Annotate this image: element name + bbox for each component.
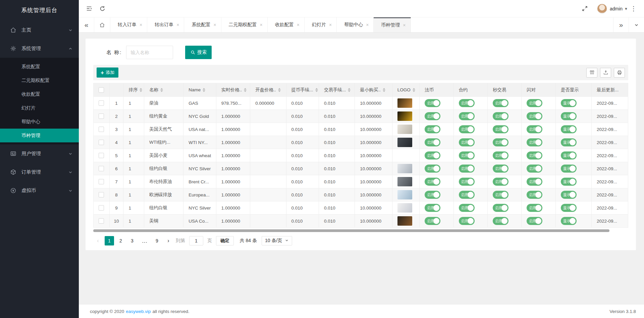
flash-swap-toggle[interactable]: 启用 <box>527 191 542 199</box>
fiat-toggle[interactable]: 启用 <box>425 217 440 225</box>
contract-toggle[interactable]: 启用 <box>459 99 475 107</box>
show-toggle[interactable]: 显示 <box>561 138 577 146</box>
fiat-toggle[interactable]: 启用 <box>425 165 440 173</box>
tab-幻灯片[interactable]: 幻灯片× <box>305 17 337 32</box>
fiat-toggle[interactable]: 启用 <box>425 125 440 133</box>
close-icon[interactable]: × <box>297 22 300 28</box>
tabs-scroll-right-icon[interactable]: » <box>613 17 629 32</box>
header-cell[interactable]: 最小购买.. <box>355 83 392 96</box>
page-button-1[interactable]: 1 <box>105 236 114 245</box>
show-toggle[interactable]: 显示 <box>561 217 577 225</box>
flash-swap-toggle[interactable]: 启用 <box>527 151 542 160</box>
sidebar-item-订单管理[interactable]: 订单管理 <box>0 163 79 181</box>
more-menu-icon[interactable]: ⋮ <box>628 5 639 12</box>
print-icon[interactable] <box>614 68 625 78</box>
sidebar-toggle-icon[interactable] <box>82 2 96 15</box>
contract-toggle[interactable]: 启用 <box>459 165 475 173</box>
tab-home[interactable] <box>94 17 110 32</box>
second-trade-toggle[interactable]: 启用 <box>493 125 508 133</box>
header-cell[interactable]: 实时价格.. <box>216 83 250 96</box>
refresh-icon[interactable] <box>96 2 109 15</box>
sort-icon[interactable] <box>348 88 351 92</box>
flash-swap-toggle[interactable]: 启用 <box>527 99 542 107</box>
fiat-toggle[interactable]: 启用 <box>425 204 440 212</box>
second-trade-toggle[interactable]: 启用 <box>493 138 508 146</box>
header-cell[interactable]: Name <box>183 83 216 96</box>
contract-toggle[interactable]: 启用 <box>459 178 475 186</box>
flash-swap-toggle[interactable]: 启用 <box>527 138 542 146</box>
second-trade-toggle[interactable]: 启用 <box>493 165 508 173</box>
row-checkbox[interactable] <box>99 218 104 224</box>
page-button-2[interactable]: 2 <box>116 236 125 245</box>
scrollbar-thumb[interactable] <box>93 229 609 232</box>
sort-icon[interactable] <box>278 88 281 92</box>
sidebar-subitem-幻灯片[interactable]: 幻灯片 <box>0 101 79 115</box>
flash-swap-toggle[interactable]: 启用 <box>527 204 542 212</box>
contract-toggle[interactable]: 启用 <box>459 204 475 212</box>
second-trade-toggle[interactable]: 启用 <box>493 151 508 160</box>
header-cell[interactable]: LOGO <box>392 83 420 96</box>
search-button[interactable]: 搜索 <box>185 46 212 59</box>
flash-swap-toggle[interactable]: 启用 <box>527 125 542 133</box>
fiat-toggle[interactable]: 启用 <box>425 178 440 186</box>
fiat-toggle[interactable]: 启用 <box>425 151 440 160</box>
sort-icon[interactable] <box>315 88 318 92</box>
header-cell[interactable]: 交易手续... <box>319 83 355 96</box>
show-toggle[interactable]: 显示 <box>561 112 577 120</box>
select-all-checkbox[interactable] <box>99 87 104 93</box>
avatar[interactable] <box>597 4 607 14</box>
row-checkbox[interactable] <box>99 205 104 211</box>
second-trade-toggle[interactable]: 启用 <box>493 112 508 120</box>
tabs-scroll-left-icon[interactable]: « <box>79 17 94 32</box>
sidebar-item-用户管理[interactable]: 用户管理 <box>0 144 79 163</box>
close-icon[interactable]: × <box>176 22 179 28</box>
show-toggle[interactable]: 显示 <box>561 178 577 186</box>
confirm-button[interactable]: 确定 <box>216 236 234 245</box>
flash-swap-toggle[interactable]: 启用 <box>527 112 542 120</box>
contract-toggle[interactable]: 启用 <box>459 151 475 160</box>
show-toggle[interactable]: 显示 <box>561 191 577 199</box>
sidebar-subitem-币种管理[interactable]: 币种管理 <box>0 129 79 142</box>
tab-帮助中心[interactable]: 帮助中心× <box>337 17 374 32</box>
row-checkbox[interactable] <box>99 166 104 171</box>
row-checkbox[interactable] <box>99 113 104 119</box>
tab-收款配置[interactable]: 收款配置× <box>268 17 305 32</box>
fiat-toggle[interactable]: 启用 <box>425 191 440 199</box>
header-cell[interactable]: 名称 <box>144 83 183 96</box>
second-trade-toggle[interactable]: 启用 <box>493 99 508 107</box>
close-icon[interactable]: × <box>260 22 263 28</box>
header-cell[interactable]: 排序 <box>123 83 144 96</box>
tab-转入订单[interactable]: 转入订单× <box>110 17 147 32</box>
tab-系统配置[interactable]: 系统配置× <box>184 17 221 32</box>
close-icon[interactable]: × <box>403 22 406 28</box>
close-icon[interactable]: × <box>329 22 332 28</box>
sort-icon[interactable] <box>160 88 163 92</box>
row-checkbox[interactable] <box>99 153 104 158</box>
fiat-toggle[interactable]: 启用 <box>425 112 440 120</box>
row-checkbox[interactable] <box>99 100 104 106</box>
next-page-button[interactable]: › <box>164 236 173 245</box>
header-cell[interactable]: 提币手续... <box>286 83 319 96</box>
fullscreen-icon[interactable] <box>578 2 592 15</box>
sidebar-item-系统管理[interactable]: 系统管理 <box>0 39 79 58</box>
flash-swap-toggle[interactable]: 启用 <box>527 165 542 173</box>
show-toggle[interactable]: 显示 <box>561 204 577 212</box>
contract-toggle[interactable]: 启用 <box>459 125 475 133</box>
sidebar-subitem-收款配置[interactable]: 收款配置 <box>0 87 79 101</box>
page-button-3[interactable]: 3 <box>127 236 137 245</box>
second-trade-toggle[interactable]: 启用 <box>493 191 508 199</box>
row-checkbox[interactable] <box>99 127 104 132</box>
second-trade-toggle[interactable]: 启用 <box>493 204 508 212</box>
row-checkbox[interactable] <box>99 140 104 145</box>
close-icon[interactable]: × <box>140 22 142 28</box>
sort-icon[interactable] <box>383 88 385 92</box>
contract-toggle[interactable]: 启用 <box>459 191 475 199</box>
sidebar-subitem-二元期权配置[interactable]: 二元期权配置 <box>0 74 79 87</box>
close-icon[interactable]: × <box>213 22 216 28</box>
close-icon[interactable]: × <box>366 22 369 28</box>
show-toggle[interactable]: 显示 <box>561 165 577 173</box>
add-button[interactable]: + 添加 <box>97 67 118 78</box>
per-page-select[interactable]: 10 条/页 <box>262 236 292 245</box>
tab-转出订单[interactable]: 转出订单× <box>147 17 184 32</box>
sidebar-item-虚拟币[interactable]: 虚拟币 <box>0 181 79 200</box>
